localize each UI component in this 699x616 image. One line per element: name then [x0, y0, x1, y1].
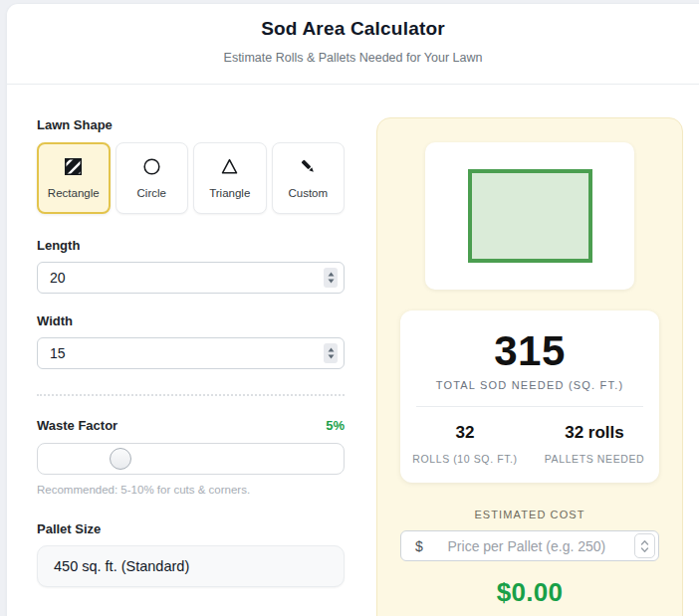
shape-button-triangle[interactable]: Triangle [193, 142, 267, 214]
estimated-cost-value: $0.00 [400, 577, 659, 608]
page-title: Sod Area Calculator [7, 18, 699, 40]
shape-label: Rectangle [48, 187, 100, 199]
price-input-group: $ [400, 530, 659, 561]
section-divider [37, 394, 345, 396]
shape-label: Triangle [209, 187, 250, 199]
pallet-size-select[interactable]: 450 sq. ft. (Standard) [37, 545, 345, 587]
pencil-icon [299, 158, 318, 176]
results-card: 315 TOTAL SOD NEEDED (SQ. FT.) 32 ROLLS … [400, 310, 659, 483]
content: Lawn Shape Rectangle [7, 85, 699, 616]
waste-factor-hint: Recommended: 5-10% for cuts & corners. [37, 484, 345, 496]
results-panel: 315 TOTAL SOD NEEDED (SQ. FT.) 32 ROLLS … [376, 117, 683, 616]
waste-factor-label: Waste Factor [37, 418, 117, 433]
price-per-pallet-input[interactable] [423, 538, 634, 554]
pallets-value: 32 rolls [530, 423, 659, 443]
waste-factor-value: 5% [326, 418, 345, 433]
pallet-size-label: Pallet Size [37, 521, 345, 536]
estimated-cost-label: ESTIMATED COST [400, 509, 659, 520]
calculator-card: Sod Area Calculator Estimate Rolls & Pal… [6, 3, 699, 616]
circle-icon [142, 158, 161, 176]
rolls-label: ROLLS (10 SQ. FT.) [400, 453, 530, 465]
hatched-square-icon [65, 158, 82, 176]
shape-label: Custom [288, 187, 328, 199]
width-label: Width [37, 313, 345, 328]
length-stepper[interactable] [324, 268, 338, 288]
waste-factor-slider[interactable] [37, 443, 345, 475]
rolls-stat: 32 ROLLS (10 SQ. FT.) [400, 423, 530, 465]
price-stepper[interactable] [634, 533, 655, 558]
form-column: Lawn Shape Rectangle [37, 117, 345, 616]
lawn-shape-label: Lawn Shape [37, 117, 345, 132]
total-sod-value: 315 [400, 330, 659, 372]
shape-button-custom[interactable]: Custom [272, 142, 346, 214]
results-column: 315 TOTAL SOD NEEDED (SQ. FT.) 32 ROLLS … [376, 117, 683, 616]
width-stepper[interactable] [324, 343, 338, 363]
shape-selector: Rectangle Circle [37, 142, 345, 214]
results-divider [416, 406, 643, 407]
lawn-shape-preview [468, 169, 592, 263]
rolls-value: 32 [400, 423, 530, 443]
pallets-label: PALLETS NEEDED [530, 453, 659, 465]
currency-symbol: $ [401, 538, 423, 554]
triangle-icon [220, 158, 239, 176]
width-input[interactable] [37, 337, 345, 369]
shape-label: Circle [137, 187, 166, 199]
slider-thumb[interactable] [110, 448, 131, 470]
header: Sod Area Calculator Estimate Rolls & Pal… [7, 4, 699, 85]
length-label: Length [37, 238, 345, 253]
total-sod-label: TOTAL SOD NEEDED (SQ. FT.) [400, 379, 659, 391]
page-subtitle: Estimate Rolls & Pallets Needed for Your… [7, 51, 699, 65]
shape-preview-card [425, 142, 634, 290]
shape-button-circle[interactable]: Circle [116, 142, 189, 214]
shape-button-rectangle[interactable]: Rectangle [37, 142, 111, 214]
length-input[interactable] [37, 262, 345, 294]
pallets-stat: 32 rolls PALLETS NEEDED [530, 423, 659, 465]
pallet-size-value: 450 sq. ft. (Standard) [54, 558, 189, 574]
